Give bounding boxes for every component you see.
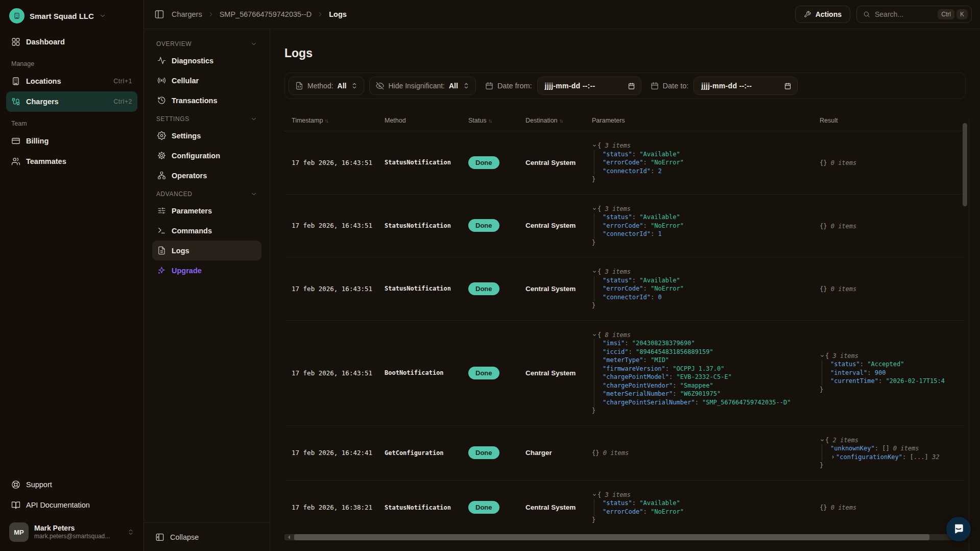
hide-filter-value: All xyxy=(449,82,458,90)
kbd-k: K xyxy=(957,9,968,19)
vertical-scrollbar-track[interactable] xyxy=(969,119,969,551)
sliders-icon xyxy=(157,206,166,215)
actions-button[interactable]: Actions xyxy=(795,6,850,23)
user-menu[interactable]: MP Mark Peters mark.peters@smartsquad... xyxy=(6,515,137,543)
sort-icon[interactable]: ↑↓ xyxy=(325,118,328,124)
breadcrumb: Chargers SMP_567664759742035--D Logs xyxy=(172,10,347,18)
file-text-icon xyxy=(157,246,166,255)
sidebar-item-locations[interactable]: Locations Ctrl+1 xyxy=(6,71,137,91)
chevron-down-icon[interactable] xyxy=(820,353,825,358)
section-overview: OVERVIEW Diagnostics Cellular Transactio… xyxy=(152,40,261,110)
chat-bubble-icon xyxy=(952,523,965,535)
search-input[interactable]: Search... Ctrl K xyxy=(856,6,972,23)
sidebar-item-operators[interactable]: Operators xyxy=(152,165,261,185)
table-row[interactable]: 17 feb 2026, 16:43:51BootNotificationDon… xyxy=(284,321,966,426)
main-sidebar: Smart Squad LLC Dashboard Manage Locatio… xyxy=(0,0,144,551)
sidebar-item-cellular[interactable]: Cellular xyxy=(152,70,261,90)
cell-parameters: { 3 items"status": "Available""errorCode… xyxy=(592,141,820,184)
org-switcher[interactable]: Smart Squad LLC xyxy=(6,7,137,32)
json-tree: { 3 items"status": "Available""errorCode… xyxy=(592,205,820,247)
cell-method: BootNotification xyxy=(385,369,468,376)
sidebar-item-parameters[interactable]: Parameters xyxy=(152,201,261,221)
table-row[interactable]: 17 feb 2026, 16:43:51StatusNotificationD… xyxy=(284,195,966,258)
chat-launcher-button[interactable] xyxy=(946,517,971,541)
cell-result: { 2 items"unknownKey": [] 0 items"config… xyxy=(820,436,966,470)
sort-icon[interactable]: ↑↓ xyxy=(488,118,491,124)
method-filter[interactable]: Method: All xyxy=(289,77,364,95)
panel-left-icon[interactable] xyxy=(154,9,164,19)
user-name: Mark Peters xyxy=(34,524,110,533)
cell-result: { 3 items"status": "Accepted""interval":… xyxy=(820,352,966,394)
dashboard-icon xyxy=(11,37,20,46)
sidebar-item-configuration[interactable]: Configuration xyxy=(152,146,261,165)
sidebar-item-teammates[interactable]: Teammates xyxy=(6,151,137,172)
scroll-left-arrow[interactable] xyxy=(286,535,290,539)
collapse-sidebar-button[interactable]: Collapse xyxy=(144,522,270,551)
shortcut-hint: Ctrl+1 xyxy=(113,78,132,85)
cell-result: {} 0 items xyxy=(820,502,966,512)
page-title: Logs xyxy=(284,46,966,60)
sidebar-item-diagnostics[interactable]: Diagnostics xyxy=(152,51,261,70)
horizontal-scrollbar[interactable] xyxy=(284,534,966,540)
table-row[interactable]: 17 feb 2026, 16:38:21StatusNotificationD… xyxy=(284,481,966,535)
table-row[interactable]: 17 feb 2026, 16:43:51StatusNotificationD… xyxy=(284,257,966,321)
logs-page: Logs Method: All Hide Insignificant: All… xyxy=(270,29,980,551)
json-tree: { 3 items"status": "Available""errorCode… xyxy=(592,141,820,184)
section-header-settings[interactable]: SETTINGS xyxy=(152,115,261,123)
chevron-down-icon[interactable] xyxy=(820,438,825,443)
sidebar-item-upgrade[interactable]: Upgrade xyxy=(152,260,261,280)
chevron-down-icon xyxy=(99,12,106,19)
date-from-input[interactable]: jjjj-mm-dd --:-- xyxy=(537,77,641,95)
horizontal-scrollbar-thumb[interactable] xyxy=(294,534,929,540)
column-header[interactable]: Status ↑↓ xyxy=(468,117,525,124)
chevron-right-icon[interactable] xyxy=(830,454,836,460)
sort-icon[interactable]: ↑↓ xyxy=(559,118,562,124)
cell-result: {} 0 items xyxy=(820,221,966,231)
charger-sidebar: OVERVIEW Diagnostics Cellular Transactio… xyxy=(144,29,270,551)
chevron-down-icon[interactable] xyxy=(592,143,597,148)
column-header[interactable]: Timestamp ↑↓ xyxy=(284,117,385,124)
cell-result: {} 0 items xyxy=(820,158,966,167)
chevron-down-icon[interactable] xyxy=(592,492,597,497)
sidebar-item-api-documentation[interactable]: API Documentation xyxy=(6,495,137,515)
cell-parameters: { 3 items"status": "Available""errorCode… xyxy=(592,268,820,310)
date-to-input[interactable]: jjjj-mm-dd --:-- xyxy=(694,77,798,95)
sidebar-item-billing[interactable]: Billing xyxy=(6,131,137,151)
sidebar-item-commands[interactable]: Commands xyxy=(152,221,261,241)
hide-insignificant-filter[interactable]: Hide Insignificant: All xyxy=(369,77,475,95)
sidebar-item-transactions[interactable]: Transactions xyxy=(152,90,261,110)
sidebar-item-label: Commands xyxy=(172,227,212,235)
cell-status: Done xyxy=(468,446,525,459)
section-header-advanced[interactable]: ADVANCED xyxy=(152,190,261,198)
breadcrumb-charger-id[interactable]: SMP_567664759742035--D xyxy=(220,10,312,18)
main-column: Chargers SMP_567664759742035--D Logs Act… xyxy=(144,0,980,551)
vertical-scrollbar-thumb[interactable] xyxy=(963,123,967,206)
date-from-label: Date from: xyxy=(497,82,532,90)
breadcrumb-chargers[interactable]: Chargers xyxy=(172,10,202,18)
table-row[interactable]: 17 feb 2026, 16:42:41GetConfigurationDon… xyxy=(284,426,966,481)
section-header-overview[interactable]: OVERVIEW xyxy=(152,40,261,47)
sidebar-item-support[interactable]: Support xyxy=(6,474,137,495)
logs-table: Timestamp ↑↓MethodStatus ↑↓Destination ↑… xyxy=(284,112,966,535)
chevron-down-icon[interactable] xyxy=(592,206,597,211)
cell-timestamp: 17 feb 2026, 16:38:21 xyxy=(284,504,385,511)
status-badge: Done xyxy=(468,367,499,379)
date-to-label: Date to: xyxy=(663,82,689,90)
table-row[interactable]: 17 feb 2026, 16:43:51StatusNotificationD… xyxy=(284,131,966,195)
sidebar-item-logs[interactable]: Logs xyxy=(152,241,261,260)
cell-status: Done xyxy=(468,282,525,295)
chevron-down-icon[interactable] xyxy=(592,269,597,274)
sidebar-item-label: Teammates xyxy=(26,157,66,165)
cell-destination: Central System xyxy=(525,285,592,293)
org-avatar xyxy=(9,8,25,23)
chevron-down-icon[interactable] xyxy=(592,332,597,338)
filters-bar: Method: All Hide Insignificant: All Date… xyxy=(284,73,966,99)
sidebar-item-dashboard[interactable]: Dashboard xyxy=(6,32,137,52)
cell-result: {} 0 items xyxy=(820,284,966,294)
sidebar-item-settings[interactable]: Settings xyxy=(152,126,261,146)
column-header[interactable]: Destination ↑↓ xyxy=(525,117,592,124)
wrench-icon xyxy=(804,11,811,18)
chevrons-up-down-icon xyxy=(350,82,358,90)
cell-status: Done xyxy=(468,367,525,379)
sidebar-item-chargers[interactable]: Chargers Ctrl+2 xyxy=(6,91,137,112)
